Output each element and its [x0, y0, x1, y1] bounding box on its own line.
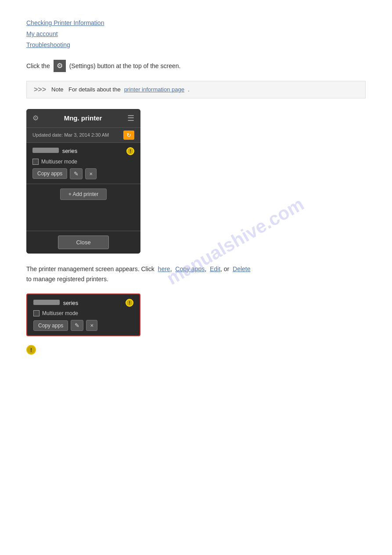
detail-printer-entry: series ! Multiuser mode Copy apps ✎ × [27, 294, 140, 335]
printer-management-dialog-wrapper: ⚙ Mng. printer ☰ Updated date: Mar 3, 20… [26, 109, 366, 254]
settings-text-after: (Settings) button at the top of the scre… [69, 62, 181, 69]
settings-instruction: Click the ⚙ (Settings) button at the top… [26, 60, 366, 72]
multiuser-checkbox[interactable] [32, 159, 39, 165]
dialog-close-button[interactable]: Close [58, 236, 108, 249]
body-link3[interactable]: Edit [210, 265, 220, 272]
note-link[interactable]: printer information page [124, 86, 184, 93]
printer-management-dialog: ⚙ Mng. printer ☰ Updated date: Mar 3, 20… [26, 109, 140, 254]
note-chevron-icon: >>> [34, 86, 46, 94]
detail-edit-button[interactable]: ✎ [71, 320, 83, 331]
note-period: . [188, 86, 190, 93]
link-checking-printer[interactable]: Checking Printer Information [26, 19, 104, 26]
add-printer-row: + Add printer [26, 184, 140, 204]
dialog-printer-actions: Copy apps ✎ × [32, 168, 134, 179]
body-link2[interactable]: Copy apps [175, 265, 205, 272]
link-troubleshooting[interactable]: Troubleshooting [26, 41, 70, 48]
body-link1[interactable]: here [158, 265, 170, 272]
detail-dialog: series ! Multiuser mode Copy apps ✎ × [26, 294, 140, 336]
dialog-spacer [26, 204, 140, 231]
dialog-printer-entry: series ! Multiuser mode Copy apps ✎ × [26, 142, 140, 184]
copy-apps-button[interactable]: Copy apps [32, 168, 67, 179]
dialog-multiuser-row: Multiuser mode [32, 159, 134, 165]
settings-text-before: Click the [26, 62, 50, 69]
printer-name-blurred [32, 148, 59, 153]
detail-multiuser-row: Multiuser mode [33, 310, 133, 316]
detail-printer-name-row: series ! [33, 299, 133, 307]
detail-multiuser-label: Multiuser mode [42, 310, 78, 316]
body-link4[interactable]: Delete [233, 265, 250, 272]
dialog-gear-icon: ⚙ [32, 114, 39, 122]
gear-icon: ⚙ [54, 60, 66, 72]
detail-multiuser-checkbox[interactable] [33, 310, 40, 316]
warning-icon-row: ! [26, 345, 366, 355]
multiuser-label: Multiuser mode [41, 159, 77, 165]
dialog-title: Mng. printer [39, 114, 127, 122]
dialog-menu-icon: ☰ [127, 113, 134, 123]
detail-copy-apps-button[interactable]: Copy apps [33, 320, 68, 331]
note-text: Note [51, 86, 63, 93]
dialog-updated-text: Updated date: Mar 3, 2014 2:30 AM [32, 132, 109, 138]
body-text: The printer management screen appears. C… [26, 264, 366, 285]
note-blank-space: For details about the [67, 86, 121, 93]
top-links: Checking Printer Information My account … [26, 18, 366, 51]
dialog-printer-name-row: series ! [32, 147, 134, 155]
detail-printer-actions: Copy apps ✎ × [33, 320, 133, 331]
delete-button[interactable]: × [85, 168, 97, 179]
edit-button[interactable]: ✎ [70, 168, 83, 179]
detail-warning-icon: ! [126, 299, 133, 307]
link-my-account[interactable]: My account [26, 30, 58, 37]
detail-delete-button[interactable]: × [86, 320, 97, 331]
body-line1: The printer management screen appears. C… [26, 265, 155, 272]
dialog-footer: Close [26, 231, 140, 254]
add-printer-button[interactable]: + Add printer [60, 189, 107, 200]
printer-series-label: series [62, 148, 78, 154]
exclamation-icon: ! [26, 345, 36, 355]
dialog-warning-icon: ! [126, 147, 134, 155]
detail-printer-series-label: series [63, 300, 79, 306]
dialog-updated-row: Updated date: Mar 3, 2014 2:30 AM ↻ [26, 127, 140, 142]
note-block: >>> Note For details about the printer i… [26, 81, 366, 98]
dialog-header: ⚙ Mng. printer ☰ [26, 109, 140, 127]
detail-printer-name: series [33, 300, 78, 306]
detail-printer-name-blurred [33, 300, 60, 305]
dialog-refresh-button[interactable]: ↻ [123, 131, 134, 140]
body-line2: to manage registered printers. [26, 276, 108, 283]
dialog-printer-name: series [32, 148, 77, 154]
